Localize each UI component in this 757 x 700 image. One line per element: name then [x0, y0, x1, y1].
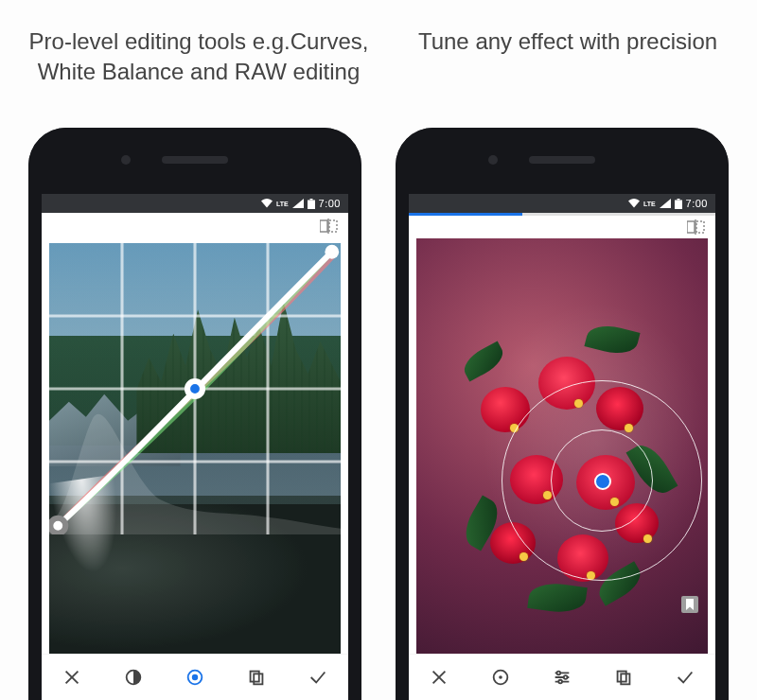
focus-target-button[interactable]: [482, 658, 519, 696]
confirm-button[interactable]: [666, 658, 704, 696]
svg-rect-3: [329, 220, 337, 232]
svg-rect-17: [250, 672, 258, 682]
promo-caption-left: Pro-level editing tools e.g.Curves, Whit…: [28, 26, 369, 88]
svg-rect-19: [675, 200, 682, 209]
battery-icon: [675, 199, 682, 209]
adjust-sliders-button[interactable]: [543, 658, 581, 696]
svg-rect-1: [309, 199, 312, 201]
cancel-button[interactable]: [420, 658, 458, 696]
image-canvas[interactable]: [416, 238, 708, 664]
cancel-button[interactable]: [53, 658, 91, 696]
channel-luminance-button[interactable]: [114, 658, 152, 696]
status-time: 7:00: [686, 198, 708, 209]
image-canvas[interactable]: [49, 243, 341, 664]
svg-point-28: [558, 680, 562, 684]
status-bar: LTE 7:00: [409, 194, 715, 213]
svg-point-25: [499, 675, 502, 679]
compare-icon[interactable]: [320, 219, 339, 237]
svg-point-13: [325, 245, 339, 259]
svg-point-16: [192, 674, 198, 680]
styles-button[interactable]: [605, 658, 643, 696]
phone-mockup-right: LTE 7:00 Blur Strength +37: [396, 128, 729, 700]
bookmark-icon[interactable]: [681, 596, 698, 613]
network-label: LTE: [276, 201, 289, 207]
svg-rect-18: [254, 674, 262, 684]
svg-point-12: [187, 381, 202, 396]
network-label: LTE: [643, 201, 656, 207]
promo-caption-right: Tune any effect with precision: [397, 26, 738, 57]
svg-point-27: [564, 675, 568, 679]
phone-mockup-left: LTE 7:00: [28, 128, 361, 700]
styles-button[interactable]: [238, 658, 275, 696]
curves-handles[interactable]: [49, 243, 341, 534]
channel-rgb-button[interactable]: [176, 658, 214, 696]
signal-icon: [660, 199, 671, 208]
editor-bottombar: [409, 654, 715, 700]
svg-rect-0: [308, 200, 315, 209]
editor-bottombar: [42, 654, 348, 700]
signal-icon: [292, 199, 304, 208]
wifi-icon: [261, 199, 273, 208]
wifi-icon: [628, 199, 640, 208]
editor-topbar: [42, 213, 348, 243]
battery-icon: [308, 199, 315, 209]
confirm-button[interactable]: [299, 658, 337, 696]
svg-rect-2: [320, 220, 327, 232]
status-time: 7:00: [319, 198, 341, 209]
focus-center-handle[interactable]: [594, 473, 611, 490]
svg-rect-21: [687, 221, 695, 233]
svg-point-11: [50, 518, 65, 534]
svg-point-26: [556, 672, 560, 675]
svg-rect-22: [696, 221, 704, 233]
compare-icon[interactable]: [687, 219, 706, 238]
svg-rect-20: [677, 199, 679, 201]
status-bar: LTE 7:00: [42, 194, 348, 213]
